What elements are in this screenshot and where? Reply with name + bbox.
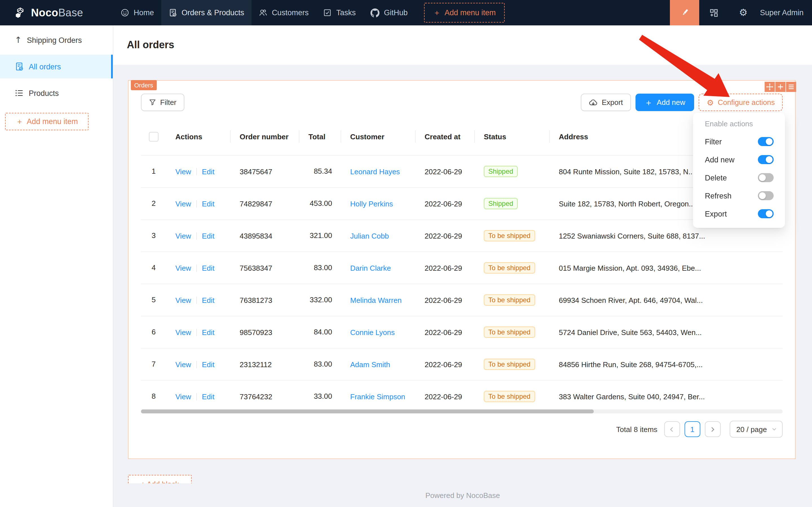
settings-button[interactable]: ⚙ xyxy=(729,8,758,17)
edit-link[interactable]: Edit xyxy=(202,167,215,176)
filter-button[interactable]: Filter xyxy=(141,94,184,111)
view-link[interactable]: View xyxy=(175,328,191,336)
row-actions: ViewEdit xyxy=(166,167,231,176)
menu-item-delete[interactable]: Delete xyxy=(693,169,785,187)
customer-link[interactable]: Leonard Hayes xyxy=(350,167,400,176)
cube-logo-icon xyxy=(13,6,27,19)
customer-cell: Darin Clarke xyxy=(341,264,416,272)
export-label: Export xyxy=(602,98,623,107)
customer-link[interactable]: Darin Clarke xyxy=(350,264,391,272)
view-link[interactable]: View xyxy=(175,392,191,401)
select-all-checkbox[interactable] xyxy=(149,132,159,141)
filter-icon xyxy=(149,99,156,106)
navbar-right: ⚙ Super Admin xyxy=(670,0,812,25)
filter-toggle[interactable] xyxy=(758,137,774,146)
view-link[interactable]: View xyxy=(175,231,191,240)
customer-link[interactable]: Connie Lyons xyxy=(350,328,395,336)
block-add-icon[interactable] xyxy=(775,82,786,92)
view-link[interactable]: View xyxy=(175,360,191,369)
navbar-add-menu-item-button[interactable]: ＋ Add menu item xyxy=(424,3,505,22)
menu-item-label: Filter xyxy=(705,137,722,146)
user-menu[interactable]: Super Admin xyxy=(758,8,812,17)
column-header-created-at[interactable]: Created at xyxy=(416,118,475,155)
row-index: 3 xyxy=(141,220,166,251)
plugin-manager-button[interactable] xyxy=(699,8,729,17)
arrow-up-icon: ↑ xyxy=(15,35,22,45)
add-new-button[interactable]: ＋ Add new xyxy=(635,94,694,111)
prev-page-button[interactable] xyxy=(664,421,680,437)
divider xyxy=(196,361,197,368)
drag-handle-icon[interactable] xyxy=(765,82,775,92)
address-cell: 015 Margie Mission, Apt. 093, 34936, Ebe… xyxy=(550,264,783,272)
horizontal-scrollbar[interactable] xyxy=(141,409,783,413)
column-header-total[interactable]: Total xyxy=(299,118,341,155)
edit-link[interactable]: Edit xyxy=(202,200,215,208)
row-index: 8 xyxy=(141,381,166,412)
view-link[interactable]: View xyxy=(175,200,191,208)
edit-link[interactable]: Edit xyxy=(202,231,215,240)
nocobase-logo[interactable]: NocoBase xyxy=(0,0,113,25)
edit-link[interactable]: Edit xyxy=(202,392,215,401)
chevron-down-icon xyxy=(771,426,777,432)
delete-toggle[interactable] xyxy=(758,173,774,182)
view-link[interactable]: View xyxy=(175,167,191,176)
cloud-download-icon xyxy=(589,98,598,107)
customer-link[interactable]: Adam Smith xyxy=(350,360,390,369)
customer-cell: Melinda Warren xyxy=(341,296,416,304)
customer-link[interactable]: Holly Perkins xyxy=(350,200,393,208)
nav-tab-customers[interactable]: Customers xyxy=(251,0,316,25)
add-new-toggle[interactable] xyxy=(758,155,774,164)
created-at-cell: 2022-06-29 xyxy=(416,264,475,272)
customer-link[interactable]: Frankie Simpson xyxy=(350,392,405,401)
page-number-button[interactable]: 1 xyxy=(685,421,700,437)
nav-tab-github[interactable]: GitHub xyxy=(363,0,415,25)
configure-actions-button[interactable]: ⚙ Configure actions xyxy=(699,94,783,111)
customer-link[interactable]: Julian Cobb xyxy=(350,231,389,240)
sidebar-item-products[interactable]: Products xyxy=(0,81,113,105)
view-link[interactable]: View xyxy=(175,296,191,304)
created-at-cell: 2022-06-29 xyxy=(416,200,475,208)
next-page-button[interactable] xyxy=(705,421,721,437)
edit-link[interactable]: Edit xyxy=(202,264,215,272)
nav-tab-home[interactable]: Home xyxy=(113,0,161,25)
block-menu-icon[interactable] xyxy=(786,82,796,92)
add-block-button[interactable]: + Add block xyxy=(128,475,192,483)
sidebar-item-shipping-orders[interactable]: ↑ Shipping Orders xyxy=(0,28,113,52)
menu-item-filter[interactable]: Filter xyxy=(693,132,785,151)
column-header-order-number[interactable]: Order number xyxy=(231,118,299,155)
page-header: All orders xyxy=(113,25,812,65)
page-size-select[interactable]: 20 / page xyxy=(730,421,783,438)
customer-link[interactable]: Melinda Warren xyxy=(350,296,402,304)
ui-editor-button[interactable] xyxy=(670,0,699,25)
plus-icon: ＋ xyxy=(644,98,653,107)
customer-cell: Julian Cobb xyxy=(341,231,416,240)
total-cell: 33.00 xyxy=(299,381,341,412)
view-link[interactable]: View xyxy=(175,264,191,272)
nav-tab-label: Orders & Products xyxy=(182,8,244,17)
scrollbar-thumb[interactable] xyxy=(141,409,594,413)
export-button[interactable]: Export xyxy=(581,94,631,111)
column-header-customer[interactable]: Customer xyxy=(341,118,416,155)
add-menu-item-label: Add menu item xyxy=(27,117,78,126)
menu-item-refresh[interactable]: Refresh xyxy=(693,187,785,205)
edit-link[interactable]: Edit xyxy=(202,328,215,336)
status-badge: To be shipped xyxy=(484,327,535,338)
column-header-status[interactable]: Status xyxy=(475,118,550,155)
nav-tab-tasks[interactable]: Tasks xyxy=(316,0,363,25)
sidebar-item-all-orders[interactable]: All orders xyxy=(0,55,113,78)
menu-item-label: Delete xyxy=(705,173,727,182)
status-cell: To be shipped xyxy=(475,230,550,241)
edit-link[interactable]: Edit xyxy=(202,296,215,304)
menu-item-add-new[interactable]: Add new xyxy=(693,151,785,169)
address-cell: 1252 Swaniawski Corners, Suite 688, 8137… xyxy=(550,231,783,240)
menu-item-export[interactable]: Export xyxy=(693,205,785,223)
table-header-row: Actions Order number Total Customer Crea… xyxy=(141,118,783,156)
export-toggle[interactable] xyxy=(758,209,774,218)
column-header-actions[interactable]: Actions xyxy=(166,118,231,155)
edit-link[interactable]: Edit xyxy=(202,360,215,369)
refresh-toggle[interactable] xyxy=(758,191,774,200)
status-cell: To be shipped xyxy=(475,359,550,370)
sidebar-add-menu-item-button[interactable]: ＋ Add menu item xyxy=(5,113,89,130)
divider xyxy=(196,168,197,175)
nav-tab-orders-products[interactable]: Orders & Products xyxy=(161,0,251,25)
